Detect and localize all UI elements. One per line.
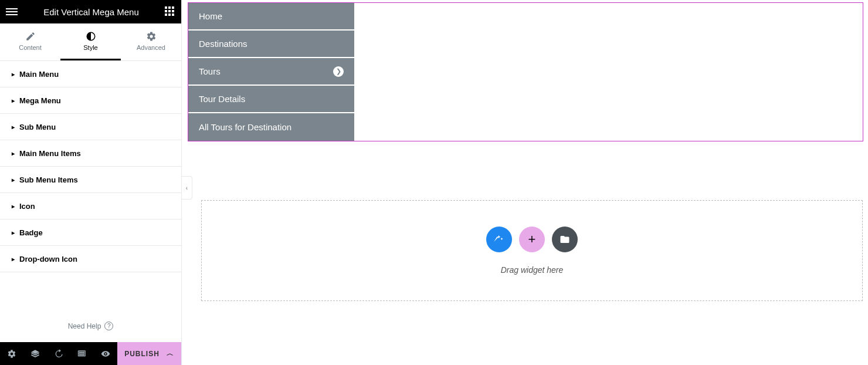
grid-icon[interactable] xyxy=(165,6,175,17)
tab-style-label: Style xyxy=(83,44,97,51)
tab-advanced-label: Advanced xyxy=(137,44,165,51)
devices-icon xyxy=(77,349,87,359)
menu-item-label: Destinations xyxy=(199,39,247,49)
section-icon[interactable]: ▸Icon xyxy=(0,193,181,219)
panel-tabs: Content Style Advanced xyxy=(0,23,181,61)
editor-canvas: HomeDestinationsTours❯Tour DetailsAll To… xyxy=(182,0,868,365)
section-main-menu-items[interactable]: ▸Main Menu Items xyxy=(0,140,181,167)
settings-button[interactable] xyxy=(0,342,23,365)
tab-advanced[interactable]: Advanced xyxy=(121,23,181,60)
collapse-panel-button[interactable]: ‹ xyxy=(182,176,192,200)
history-icon xyxy=(54,349,63,359)
section-sub-menu-items[interactable]: ▸Sub Menu Items xyxy=(0,167,181,193)
wand-icon xyxy=(494,234,504,245)
style-sections: ▸Main Menu▸Mega Menu▸Sub Menu▸Main Menu … xyxy=(0,61,181,310)
section-label: Icon xyxy=(19,202,35,211)
drop-zone-hint: Drag widget here xyxy=(501,265,564,275)
caret-right-icon: ▸ xyxy=(12,177,15,183)
section-sub-menu[interactable]: ▸Sub Menu xyxy=(0,114,181,140)
chevron-left-icon: ‹ xyxy=(186,185,188,191)
folder-icon xyxy=(560,234,570,245)
menu-item-label: Tour Details xyxy=(199,94,245,104)
gear-icon xyxy=(7,349,16,359)
tab-content[interactable]: Content xyxy=(0,23,60,60)
section-mega-menu[interactable]: ▸Mega Menu xyxy=(0,87,181,114)
caret-right-icon: ▸ xyxy=(12,124,15,130)
section-label: Mega Menu xyxy=(19,96,61,105)
section-label: Main Menu xyxy=(19,70,59,79)
add-template-button[interactable] xyxy=(486,227,512,252)
need-help-label: Need Help xyxy=(68,322,101,330)
panel-title: Edit Vertical Mega Menu xyxy=(18,7,165,17)
pencil-icon xyxy=(25,31,36,42)
menu-item-label: Tours xyxy=(199,66,221,76)
caret-right-icon: ▸ xyxy=(12,229,15,236)
drop-zone[interactable]: + Drag widget here xyxy=(201,200,863,301)
section-badge[interactable]: ▸Badge xyxy=(0,219,181,246)
caret-right-icon: ▸ xyxy=(12,71,15,77)
menu-item-all-tours-for-destination[interactable]: All Tours for Destination xyxy=(188,113,354,141)
caret-right-icon: ▸ xyxy=(12,150,15,157)
section-drop-down-icon[interactable]: ▸Drop-down Icon xyxy=(0,246,181,272)
responsive-button[interactable] xyxy=(70,342,94,365)
section-label: Main Menu Items xyxy=(19,149,81,158)
caret-right-icon: ▸ xyxy=(12,256,15,262)
menu-item-tour-details[interactable]: Tour Details xyxy=(188,86,354,113)
eye-icon xyxy=(101,349,110,359)
section-main-menu[interactable]: ▸Main Menu xyxy=(0,61,181,87)
publish-label: PUBLISH xyxy=(124,350,160,358)
hamburger-icon[interactable] xyxy=(6,8,18,15)
chevron-up-icon: ︿ xyxy=(167,349,174,359)
menu-item-destinations[interactable]: Destinations xyxy=(188,31,354,58)
tab-content-label: Content xyxy=(19,44,42,51)
tab-style[interactable]: Style xyxy=(60,23,121,60)
panel-header: Edit Vertical Mega Menu xyxy=(0,0,181,23)
section-label: Sub Menu xyxy=(19,123,56,131)
caret-right-icon: ▸ xyxy=(12,203,15,209)
vertical-mega-menu-widget[interactable]: HomeDestinationsTours❯Tour DetailsAll To… xyxy=(188,2,863,141)
menu-item-label: Home xyxy=(199,11,222,21)
chevron-right-icon: ❯ xyxy=(333,66,344,77)
layers-icon xyxy=(30,349,40,359)
question-icon: ? xyxy=(104,322,113,330)
vertical-menu: HomeDestinationsTours❯Tour DetailsAll To… xyxy=(188,3,354,141)
add-section-button[interactable]: + xyxy=(519,227,545,252)
menu-item-home[interactable]: Home xyxy=(188,3,354,31)
add-folder-button[interactable] xyxy=(552,227,578,252)
need-help[interactable]: Need Help ? xyxy=(0,310,181,342)
contrast-icon xyxy=(86,31,96,42)
panel-footer: PUBLISH ︿ xyxy=(0,342,181,365)
menu-item-label: All Tours for Destination xyxy=(199,122,291,132)
history-button[interactable] xyxy=(47,342,70,365)
menu-item-tours[interactable]: Tours❯ xyxy=(188,58,354,86)
section-label: Badge xyxy=(19,228,43,237)
publish-button[interactable]: PUBLISH ︿ xyxy=(117,342,181,365)
plus-icon: + xyxy=(528,232,536,247)
section-label: Drop-down Icon xyxy=(19,255,77,263)
caret-right-icon: ▸ xyxy=(12,97,15,104)
navigator-button[interactable] xyxy=(23,342,47,365)
gear-icon xyxy=(146,31,157,42)
section-label: Sub Menu Items xyxy=(19,175,78,184)
preview-button[interactable] xyxy=(94,342,117,365)
